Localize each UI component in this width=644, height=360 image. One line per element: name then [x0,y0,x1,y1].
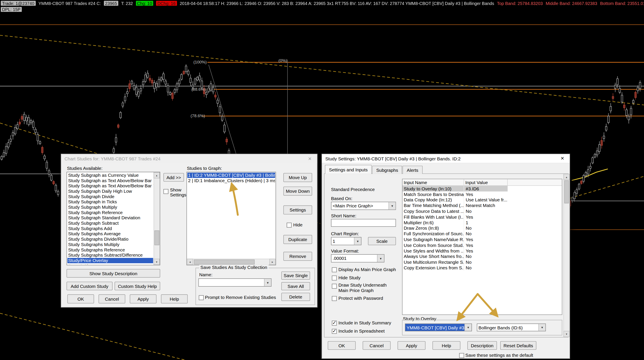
ok-button[interactable]: OK [68,294,94,303]
input-row[interactable]: Multiplier (In:6)1 [402,220,562,225]
add-custom-study-button[interactable]: Add Custom Study [66,282,113,290]
input-row[interactable]: Full Synchronization of Sourc...No [402,231,562,237]
input-row[interactable]: Use Styles and Widths from ...Yes [402,248,562,254]
input-row[interactable]: Draw Zeros (In:8)No [402,225,562,231]
list-item[interactable]: Study Subgraphs Average [68,231,153,237]
input-row[interactable]: Use Colors from Source Stud...Yes [402,242,562,248]
tab-subgraphs[interactable]: Subgraphs [372,166,402,174]
input-row[interactable]: Match Source Bars to Destina...Yes [402,191,562,197]
settings-scrollbar[interactable]: ▲ ▼ [564,174,570,337]
list-item[interactable]: Study Subgraph as Currency Value [68,173,153,178]
scroll-down-icon[interactable]: ▼ [154,259,160,265]
add-study-button[interactable]: Add >> [164,173,184,182]
chevron-down-icon[interactable]: ▼ [377,255,384,262]
include-study-summary-checkbox[interactable] [332,321,337,326]
short-name-input[interactable] [331,219,396,227]
list-item[interactable]: Study Subgraphs Reference [68,247,153,253]
list-item[interactable]: Study Subgraphs Divide/Ratio [68,237,153,242]
scroll-thumb[interactable] [564,180,569,203]
scroll-up-icon[interactable]: ▲ [154,172,160,178]
chevron-down-icon[interactable]: ▼ [388,202,396,209]
studies-available-listbox[interactable]: Study Subgraph as Currency ValueStudy Su… [66,172,160,265]
input-row[interactable]: Fill Blanks With Last Value (I...Yes [402,214,562,220]
scroll-right-icon[interactable]: ► [269,259,276,265]
hide-checkbox[interactable] [287,223,292,228]
save-default-checkbox[interactable] [459,353,464,358]
chevron-down-icon[interactable]: ▼ [464,324,472,331]
include-spreadsheet-checkbox[interactable] [332,329,337,334]
chevron-down-icon[interactable]: ▼ [538,324,546,331]
list-item[interactable]: Study Subgraph Subtract [68,221,153,226]
input-row[interactable]: Use Multicolumn Rectangle S...No [402,259,562,265]
chevron-down-icon[interactable]: ▼ [354,237,361,245]
value-format-combobox[interactable]: .00001 ▼ [331,254,384,262]
collection-name-combobox[interactable]: ▼ [198,278,272,287]
custom-study-help-button[interactable]: Custom Study Help [114,282,160,290]
list-item[interactable]: Study Subgraph Daily High Low [68,189,153,194]
studies-available-scrollbar[interactable]: ▲ ▼ [154,172,160,265]
input-row[interactable]: Copy Source Data to Latest ...No [402,208,562,214]
remove-button[interactable]: Remove [284,252,312,261]
ok-button[interactable]: OK [328,341,356,350]
input-row[interactable]: Copy Extension Lines from S...No [402,265,562,271]
chevron-down-icon[interactable]: ▼ [264,279,271,286]
apply-button[interactable]: Apply [130,294,156,303]
description-button[interactable]: Description [468,341,497,350]
prompt-remove-checkbox[interactable] [199,295,204,300]
list-item[interactable]: Study Subgraphs Multiply [68,242,153,247]
list-item[interactable]: Study Subgraph Multiply [68,205,153,210]
close-icon[interactable]: ✕ [558,156,566,161]
chart-region-combobox[interactable]: 1 ▼ [331,237,362,245]
help-button[interactable]: Help [161,294,188,303]
save-single-button[interactable]: Save Single [281,272,310,280]
delete-button[interactable]: Delete [281,293,310,301]
cancel-button[interactable]: Cancel [98,294,125,303]
tab-alerts[interactable]: Alerts [403,166,422,174]
list-item[interactable]: Study Subgraph in Ticks [68,199,153,205]
study-settings-titlebar[interactable]: Study Settings: YMM8-CBOT [CBV] Daily #3… [322,154,570,163]
overlay-study-combobox[interactable]: Bollinger Bands (ID:6) ▼ [477,324,546,331]
studies-to-graph-listbox[interactable]: 1 | ID:2 YMM8-CBOT [CBV] Daily #3 | Boll… [186,172,276,265]
based-on-combobox[interactable]: <Main Price Graph> ▼ [331,202,396,210]
scroll-down-icon[interactable]: ▼ [564,331,570,337]
list-item[interactable]: Study Subgraphs Add [68,226,153,231]
overlay-chart-combobox[interactable]: YMM8-CBOT [CBV] Daily #3 ▼ [405,324,472,331]
reset-defaults-button[interactable]: Reset Defaults [500,341,536,350]
move-up-button[interactable]: Move Up [284,173,312,182]
apply-button[interactable]: Apply [398,341,426,350]
list-item[interactable]: Study Subgraph as Text Above/Below Bar V… [68,183,153,189]
scale-button[interactable]: Scale [368,237,396,245]
hide-study-checkbox[interactable] [332,276,337,281]
list-item[interactable]: Study Subgraph Reference [68,210,153,215]
studies-to-graph-hscrollbar[interactable]: ◄ ► [187,259,276,265]
input-row[interactable]: Always Use Short Names fro...No [402,254,562,259]
list-item[interactable]: Study/Price Overlay [68,258,153,263]
display-as-main-price-graph-checkbox[interactable] [332,267,337,272]
cancel-button[interactable]: Cancel [363,341,391,350]
save-all-button[interactable]: Save All [281,282,310,290]
protect-password-checkbox[interactable] [332,296,337,301]
list-item[interactable]: Study Subgraph Standard Deviation [68,215,153,221]
scroll-up-icon[interactable]: ▲ [564,174,570,180]
scroll-thumb[interactable] [194,260,255,265]
list-item[interactable]: Study Subgraph as Text Above/Below Bar [68,178,153,183]
inputs-table[interactable]: Input Name Input Value Study to Overlay … [402,179,562,315]
settings-button[interactable]: Settings [284,205,312,214]
list-item[interactable]: Study Subgraph Divide [68,194,153,199]
draw-underneath-checkbox[interactable] [332,284,337,289]
move-down-button[interactable]: Move Down [284,186,312,195]
input-row[interactable]: Use Subgraph Name/Value R...Yes [402,237,562,242]
show-settings-checkbox[interactable] [164,189,168,194]
help-button[interactable]: Help [432,341,460,350]
input-row[interactable]: Bar Time Matching Method (...Nearest Mat… [402,203,562,208]
show-study-description-button[interactable]: Show Study Description [66,269,160,278]
list-item[interactable]: Sum: 2 Charts [68,263,153,265]
scroll-left-icon[interactable]: ◄ [187,259,193,265]
duplicate-button[interactable]: Duplicate [284,235,312,244]
list-item[interactable]: 2 | ID:1 Imbalance_Clusters (Hidden) | 3… [187,178,275,183]
scroll-thumb[interactable] [154,230,159,245]
input-row[interactable]: Study to Overlay (In:10)#3.ID6 [402,186,562,191]
close-icon[interactable]: ✕ [306,156,314,162]
chart-studies-titlebar[interactable]: Chart Studies for: YMM8-CBOT 987 Trades … [61,154,317,163]
input-row[interactable]: Data Copy Mode (In:12)Use Latest Value f… [402,197,562,203]
